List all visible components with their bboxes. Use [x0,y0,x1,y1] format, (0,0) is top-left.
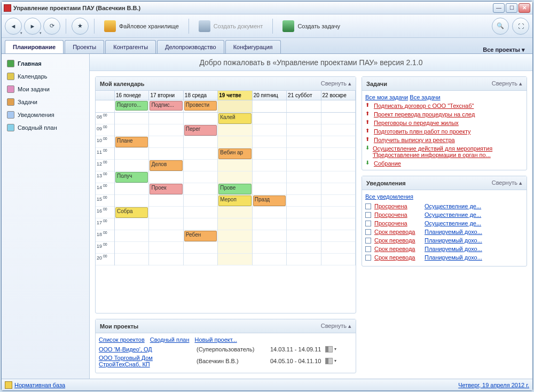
tab-projects[interactable]: Проекты [65,40,104,53]
gantt-icon[interactable] [325,358,333,364]
projects-link[interactable]: Новый проект... [195,336,237,343]
favorite-button[interactable]: ★ [72,18,89,35]
project-name-link[interactable]: ООО Торговый Дом СтройТехСнаб, КП [99,355,192,367]
close-button[interactable]: ✕ [519,3,530,13]
projects-link[interactable]: Список проектов [99,336,145,343]
app-icon [4,4,11,12]
calendar-event[interactable]: Калей [218,113,251,124]
back-button[interactable]: ◄ [5,18,22,35]
calendar-allday-event[interactable]: Провести [184,101,217,111]
calendar-event[interactable]: Собра [115,207,148,218]
calendar-event[interactable]: Делов [150,160,182,171]
calendar-event[interactable]: Проек [150,184,182,194]
notification-status[interactable]: Срок перевода [374,246,421,252]
calendar-event[interactable]: Празд [253,195,286,206]
calendar-day-header[interactable]: 19 четве [218,91,252,100]
calendar-hour-label: 20 00 [96,254,114,265]
project-name-link[interactable]: ООО 'М-Видео', ОД [99,346,192,352]
tab-contragents[interactable]: Контрагенты [105,40,156,53]
notification-checkbox[interactable] [365,229,371,235]
notification-status[interactable]: Срок перевода [374,229,421,235]
notification-status[interactable]: Просрочена [374,220,421,226]
calendar-hour-label: 19 00 [96,242,114,254]
tasks-filter-link[interactable]: Все мои задачи [365,94,408,100]
notification-link[interactable]: Планируемый дохо... [425,246,482,252]
calendar-event[interactable]: Прове [218,184,251,194]
calendar-event[interactable]: Получ [115,172,148,183]
status-date[interactable]: Четверг, 19 апреля 2012 г. [458,382,529,388]
calendar-allday-event[interactable]: Подгото... [115,101,148,111]
calendar-day-header[interactable]: 18 среда [184,91,218,100]
calendar-hour-label: 14 00 [96,183,114,195]
task-link[interactable]: Подписать договор с ООО "Техснаб" [374,103,474,109]
calendar-day-header[interactable]: 22 воскре [321,91,356,100]
status-left-link[interactable]: Нормативная база [14,382,65,388]
notification-checkbox[interactable] [365,255,371,261]
calendar-day-header[interactable]: 21 суббот [287,91,321,100]
tab-workflow[interactable]: Делопроизводство [157,40,224,53]
maximize-button[interactable]: ☐ [506,3,517,13]
task-link[interactable]: Переговоры о передаче жилых [374,120,459,126]
task-link[interactable]: Получить выписку из реестра [374,137,455,143]
calendar-day-header[interactable]: 20 пятниц [253,91,287,100]
sidebar-item-calendar[interactable]: Календарь [4,70,87,83]
calendar-event[interactable]: Ребен [184,231,217,241]
tasks-filter-link[interactable]: Все задачи [410,94,440,100]
create-document-button[interactable]: Создать документ [194,18,268,35]
sidebar-item-notifs[interactable]: Уведомления [4,108,87,121]
calendar-day-header[interactable]: 16 понеде [115,91,149,100]
notification-status[interactable]: Просрочена [374,203,421,209]
notification-checkbox[interactable] [365,221,371,226]
notification-link[interactable]: Планируемый дохо... [425,229,482,235]
calendar-event[interactable]: Мероп [218,195,251,206]
tab-bar: Планирование Проекты Контрагенты Делопро… [2,38,532,54]
fullscreen-button[interactable]: ⛶ [512,18,529,35]
sidebar-item-mytasks[interactable]: Мои задачи [4,83,87,96]
notification-checkbox[interactable] [365,212,371,218]
calendar-hour-label: 08 00 [96,113,114,124]
create-task-button[interactable]: Создать задачу [278,18,344,35]
calendar-icon [7,73,14,80]
calendar-event[interactable]: Перег [184,125,217,136]
all-projects-dropdown[interactable]: Все проекты ▾ [478,46,529,53]
projects-collapse[interactable]: Свернуть ▴ [321,323,351,330]
calendar-collapse[interactable]: Свернуть ▴ [321,80,351,87]
priority-arrow-icon: ⬆ [365,137,371,142]
all-notifications-link[interactable]: Все уведомления [365,193,413,200]
calendar-day-header[interactable]: 17 вторни [149,91,183,100]
notification-link[interactable]: Осуществелние де... [425,211,481,218]
search-button[interactable]: 🔍 [492,18,509,35]
calendar-allday-event[interactable]: Подпис... [150,101,182,111]
forward-button[interactable]: ► [24,18,41,35]
notification-link[interactable]: Планируемый дохо... [425,237,482,244]
notification-status[interactable]: Срок перевода [374,237,421,244]
project-owner: (Васечкин В.В.) [197,358,266,364]
task-link[interactable]: Подготовить плвн работ по проекту [374,128,471,135]
refresh-button[interactable]: ⟳ [43,18,60,35]
notification-status[interactable]: Срок перевода [374,254,421,261]
task-link[interactable]: Осуществление действий для мероприятия '… [373,145,523,158]
notification-checkbox[interactable] [365,246,371,252]
sidebar-item-tasks[interactable]: Задачи [4,96,87,108]
notification-checkbox[interactable] [365,203,371,209]
task-link[interactable]: Проект перевода процедуры на след [374,111,475,117]
tasks-collapse[interactable]: Свернуть ▴ [492,80,522,87]
gantt-icon[interactable] [325,346,333,352]
projects-link[interactable]: Сводный план [150,336,190,343]
minimize-button[interactable]: — [493,3,505,13]
welcome-banner: Добро пожаловать в «Управление проектами… [90,54,532,71]
sidebar-item-plan[interactable]: Сводный план [4,121,87,134]
sidebar-item-home[interactable]: Главная [4,57,87,70]
task-link[interactable]: Собрание [374,160,401,167]
notification-status[interactable]: Просрочена [374,211,421,218]
calendar-event[interactable]: Плане [115,137,148,147]
calendar-event[interactable]: Вебин ар [218,148,251,159]
notification-link[interactable]: Осуществелние де... [425,203,481,209]
tab-planning[interactable]: Планирование [5,40,64,53]
notifs-collapse[interactable]: Свернуть ▴ [492,179,522,186]
notification-checkbox[interactable] [365,238,371,244]
notification-link[interactable]: Осуществелние де... [425,220,481,226]
tab-config[interactable]: Конфигурация [225,40,281,53]
file-storage-button[interactable]: Файловое хранилище [100,18,183,35]
notification-link[interactable]: Планируемый дохо... [425,254,482,261]
